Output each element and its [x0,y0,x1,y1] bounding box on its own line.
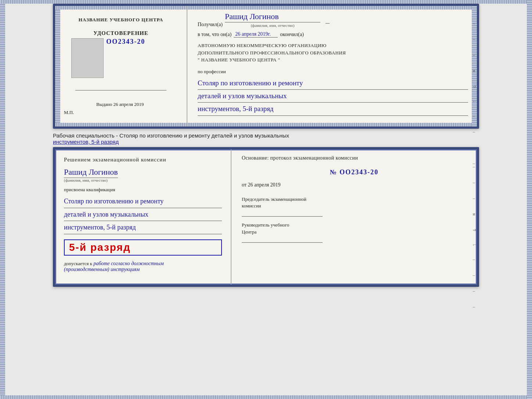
card-inner-top: НАЗВАНИЕ УЧЕБНОГО ЦЕНТРА УДОСТОВЕРЕНИЕ №… [55,6,477,127]
allowed-text2: (производственным) инструкциям [64,267,140,272]
protocol-date: от 26 апреля 2019 [242,182,467,188]
bottom-right-panel: Основание: протокол экзаменационной коми… [231,149,477,285]
binding-top-bottom [0,0,532,4]
qualification-text: Столяр по изготовлению и ремонту деталей… [64,196,222,235]
diploma-left-bottom: Выдано 26 апреля 2019 М.П. [64,101,178,119]
chairman-label: Председатель экзаменационной комиссии [242,196,467,209]
date-from-prefix: от [242,182,247,188]
bottom-left-panel: Решением экзаменационной комиссии Рашид … [55,149,231,285]
profession-line2: деталей и узлов музыкальных [198,90,468,103]
person-name: Рашид Логинов [64,167,118,178]
qual-line1: Столяр по изготовлению и ремонту [64,196,222,208]
issued-date: 26 апреля 2019 [114,101,144,107]
recipient-name: Рашид Логинов [225,12,320,22]
head-sig-line [242,238,323,243]
profession-line3: инструментов, 5-й разряд [198,103,468,115]
completed-label: окончил(а) [280,32,304,38]
specialty-underline: инструментов, 5-й разряд [53,139,119,145]
diploma-left-panel: НАЗВАНИЕ УЧЕБНОГО ЦЕНТРА УДОСТОВЕРЕНИЕ №… [55,6,187,127]
specialty-text: Рабочая специальность - Столяр по изгото… [53,130,479,146]
binding-bottom-bottom [0,395,532,399]
specialty-label: Рабочая специальность - Столяр по изгото… [53,132,289,139]
org-line3: " НАЗВАНИЕ УЧЕБНОГО ЦЕНТРА " [198,56,468,64]
diploma-top-card: НАЗВАНИЕ УЧЕБНОГО ЦЕНТРА УДОСТОВЕРЕНИЕ №… [53,4,479,129]
org-line2: ДОПОЛНИТЕЛЬНОГО ПРОФЕССИОНАЛЬНОГО ОБРАЗО… [198,49,468,57]
cert-label: УДОСТОВЕРЕНИЕ [93,30,148,36]
protocol-number: № OO2343-20 [242,168,467,176]
head-sig: Руководитель учебного Центра [242,222,467,242]
qual-line3: инструментов, 5-й разряд [64,222,222,234]
school-name-left: НАЗВАНИЕ УЧЕБНОГО ЦЕНТРА [79,17,163,23]
person-section: Рашид Логинов (фамилия, имя, отчество) [64,166,222,182]
commission-heading: Решением экзаменационной комиссии [64,157,222,163]
profession-line1: Столяр по изготовлению и ремонту [198,78,468,90]
chairman-sig: Председатель экзаменационной комиссии [242,196,467,217]
right-dashes: – – – и ›а ‹– – – – – [473,21,476,166]
profession-label: по профессии [198,69,468,75]
binding-left-bottom [0,0,5,399]
signature-section: Председатель экзаменационной комиссии Ру… [242,196,467,243]
date-prefix: в том, что он(а) [198,32,231,38]
allowed-section: допускается к работе согласно должностны… [64,261,222,272]
rank-text: 5-й разряд [69,242,131,253]
basis-text: Основание: протокол экзаменационной коми… [242,155,467,161]
allowed-text: работе согласно должностным [93,261,163,266]
qualification-label: присвоена квалификация [64,187,222,193]
binding-right-bottom [527,0,532,399]
profession-text: Столяр по изготовлению и ремонту деталей… [198,78,468,117]
mp-label: М.П. [64,110,178,115]
org-text: АВТОНОМНУЮ НЕКОММЕРЧЕСКУЮ ОРГАНИЗАЦИЮ ДО… [198,42,468,64]
issued-prefix: Выдано [96,101,112,107]
chairman-sig-line [242,211,323,217]
card-inner-bottom: Решением экзаменационной комиссии Рашид … [55,149,477,285]
protocol-date-value: 26 апреля 2019 [248,182,280,188]
document-container: НАЗВАНИЕ УЧЕБНОГО ЦЕНТРА УДОСТОВЕРЕНИЕ №… [4,4,528,287]
photo-placeholder [71,38,104,78]
date-value: 26 апреля 2019г. [234,31,278,38]
qual-line2: деталей и узлов музыкальных [64,209,222,221]
right-dashes-bottom: – – – и ›а ‹– – – – – [473,164,476,310]
recipient-sublabel: (фамилия, имя, отчество) [225,23,320,28]
rank-box: 5-й разряд [64,239,222,256]
date-line: в том, что он(а) 26 апреля 2019г. окончи… [198,31,468,38]
received-prefix: Получил(а) [198,22,223,28]
org-line1: АВТОНОМНУЮ НЕКОММЕРЧЕСКУЮ ОРГАНИЗАЦИЮ [198,42,468,49]
diploma-bottom-card: Решением экзаменационной комиссии Рашид … [53,147,479,287]
allowed-prefix: допускается к [64,261,92,266]
diploma-right-panel: Получил(а) Рашид Логинов (фамилия, имя, … [187,6,477,127]
person-sublabel: (фамилия, имя, отчество) [64,178,222,182]
head-label: Руководитель учебного Центра [242,222,467,235]
issued-line: Выдано 26 апреля 2019 [64,101,178,107]
recipient-section: Получил(а) Рашид Логинов (фамилия, имя, … [198,12,468,28]
recipient-line: Получил(а) Рашид Логинов (фамилия, имя, … [198,12,468,28]
